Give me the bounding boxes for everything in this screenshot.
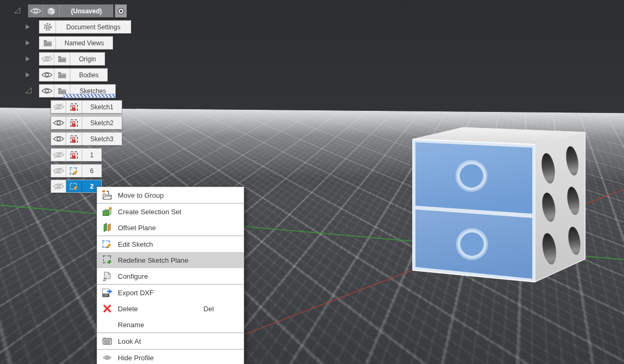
hide-profile-eye-icon: [101, 352, 114, 363]
root-expanded-arrow[interactable]: [14, 6, 21, 13]
sketches-visibility-toggle[interactable]: [39, 85, 54, 97]
sketch-locked-icon: [66, 117, 82, 129]
menu-item-label: Delete: [118, 305, 138, 313]
menu-item-redefine-sketch-plane[interactable]: Redefine Sketch Plane: [97, 252, 244, 268]
menu-item-rename[interactable]: Rename: [97, 317, 244, 333]
sketch2-visibility-toggle[interactable]: [51, 117, 66, 129]
offset-plane-icon: [101, 222, 114, 233]
menu-item-label: Redefine Sketch Plane: [118, 256, 188, 264]
tree-item-sketch2[interactable]: Sketch2: [51, 116, 122, 130]
tree-item-sketch-2-selected[interactable]: 2: [51, 180, 102, 193]
radio-icon: [117, 7, 125, 15]
menu-item-offset-plane[interactable]: Offset Plane: [97, 220, 244, 236]
browser-root-row[interactable]: (Unsaved): [28, 4, 114, 18]
menu-item-label: Move to Group: [118, 191, 164, 199]
create-selection-set-icon: [101, 206, 114, 217]
rename-icon-placeholder: [101, 319, 114, 330]
sketch-editable-icon: [66, 165, 82, 177]
root-visibility-toggle[interactable]: [28, 5, 43, 17]
fusion-window: (Unsaved) Document Settings Named Views: [0, 0, 624, 364]
sketches-expanded-arrow[interactable]: [25, 86, 32, 93]
tree-item-label[interactable]: Origin: [70, 53, 105, 65]
eye-icon: [53, 135, 65, 143]
menu-item-delete[interactable]: Delete Del: [97, 301, 244, 317]
eye-hidden-icon: [41, 55, 53, 63]
menu-item-move-to-group[interactable]: Move to Group: [97, 187, 244, 203]
menu-item-label: Hide Profile: [118, 354, 154, 362]
drop-indicator: [63, 94, 116, 98]
eye-icon: [53, 119, 65, 127]
sketch-2-visibility-toggle[interactable]: [51, 180, 66, 192]
sketch-locked-icon: [66, 101, 82, 113]
menu-item-create-selection-set[interactable]: Create Selection Set: [97, 204, 244, 220]
tree-item-origin[interactable]: Origin: [39, 52, 105, 66]
folder-icon: [39, 37, 55, 49]
menu-item-label: Create Selection Set: [118, 208, 181, 216]
tree-item-bodies[interactable]: Bodies: [39, 68, 108, 82]
sketch-1-visibility-toggle[interactable]: [51, 149, 66, 161]
delete-icon: [101, 303, 114, 314]
tree-item-sketch-6[interactable]: 6: [51, 164, 102, 177]
menu-item-label: Export DXF: [118, 289, 154, 297]
sketch-editable-icon: [66, 180, 82, 192]
ground-grid: [0, 107, 624, 364]
eye-hidden-icon: [53, 182, 65, 190]
document-title[interactable]: (Unsaved): [59, 5, 113, 17]
eye-icon: [41, 71, 53, 79]
origin-visibility-toggle[interactable]: [39, 53, 54, 65]
bodies-visibility-toggle[interactable]: [39, 69, 54, 81]
menu-item-label: Configure: [118, 272, 148, 280]
tree-item-sketch1[interactable]: Sketch1: [51, 100, 122, 114]
context-menu: Move to Group Create Selection Set Offse…: [97, 187, 244, 364]
configure-icon: [101, 271, 114, 281]
tree-item-label[interactable]: Sketch1: [82, 101, 122, 113]
tree-item-document-settings[interactable]: Document Settings: [39, 20, 131, 34]
gear-icon: [39, 21, 55, 33]
folder-icon: [54, 53, 70, 65]
menu-item-edit-sketch[interactable]: Edit Sketch: [97, 236, 244, 252]
sketch-locked-icon: [66, 133, 82, 145]
move-to-group-icon: [101, 190, 114, 200]
menu-item-label: Offset Plane: [118, 224, 156, 232]
active-component-radio[interactable]: [115, 4, 127, 18]
menu-item-configure[interactable]: Configure: [97, 268, 244, 284]
menu-item-export-dxf[interactable]: DXF Export DXF: [97, 285, 244, 301]
sketch1-visibility-toggle[interactable]: [51, 101, 66, 113]
menu-item-label: Rename: [118, 321, 144, 329]
eye-icon: [41, 87, 53, 95]
eye-icon: [30, 7, 42, 15]
named-views-collapse-arrow[interactable]: [24, 39, 31, 46]
edit-sketch-icon: [101, 239, 114, 249]
tree-item-named-views[interactable]: Named Views: [39, 36, 113, 50]
eye-hidden-icon: [53, 151, 65, 159]
menu-item-label: Edit Sketch: [118, 240, 153, 248]
sketch3-visibility-toggle[interactable]: [51, 133, 66, 145]
bodies-collapse-arrow[interactable]: [24, 71, 31, 78]
eye-hidden-icon: [53, 103, 65, 111]
component-cube-icon: [43, 5, 59, 17]
tree-item-label[interactable]: Sketch2: [82, 117, 122, 129]
menu-item-hide-profile[interactable]: Hide Profile: [97, 350, 244, 364]
menu-item-look-at[interactable]: Look At: [97, 333, 244, 349]
menu-item-shortcut: Del: [203, 305, 238, 313]
tree-item-label[interactable]: Sketch3: [82, 133, 122, 145]
export-dxf-icon: DXF: [101, 287, 114, 298]
tree-item-sketch3[interactable]: Sketch3: [51, 132, 122, 145]
tree-item-label[interactable]: Document Settings: [55, 21, 131, 33]
tree-item-label[interactable]: 6: [82, 165, 101, 177]
dxf-icon-label: DXF: [103, 294, 108, 297]
look-at-icon: [101, 336, 114, 346]
sketch-6-visibility-toggle[interactable]: [51, 165, 66, 177]
tree-item-label[interactable]: 1: [82, 149, 101, 161]
document-settings-collapse-arrow[interactable]: [24, 23, 31, 30]
eye-hidden-icon: [53, 167, 65, 175]
origin-collapse-arrow[interactable]: [24, 55, 31, 62]
tree-item-label[interactable]: Bodies: [70, 69, 107, 81]
tree-item-sketch-1[interactable]: 1: [51, 148, 102, 161]
sketch-locked-icon: [66, 149, 82, 161]
tree-item-label[interactable]: Named Views: [55, 37, 113, 49]
redefine-sketch-plane-icon: [101, 255, 114, 265]
menu-item-label: Look At: [118, 337, 141, 345]
folder-icon: [54, 69, 70, 81]
